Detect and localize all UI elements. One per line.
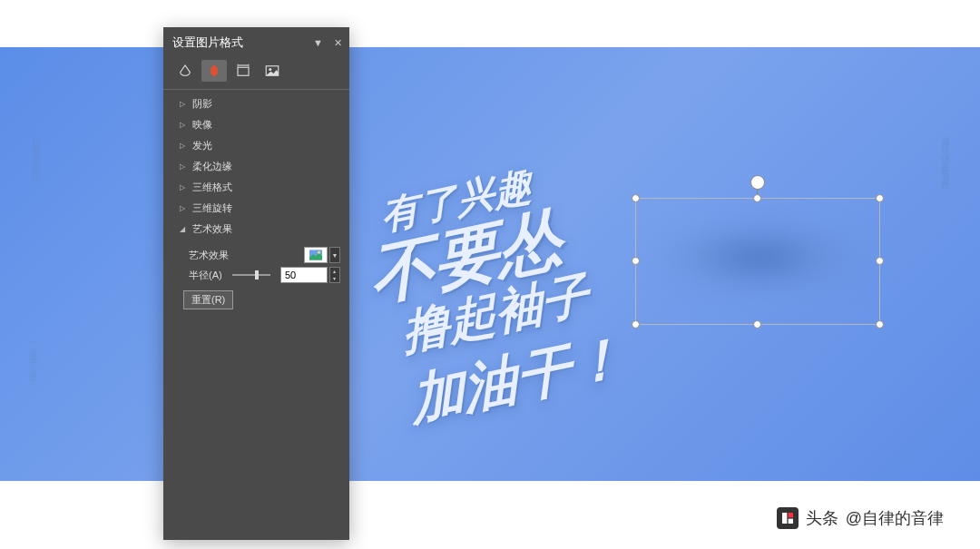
panel-tabs	[163, 56, 349, 90]
svg-point-5	[269, 68, 271, 71]
resize-handle-bm[interactable]	[753, 320, 761, 328]
tab-size-icon[interactable]	[230, 60, 256, 82]
watermark-logo-icon	[777, 507, 799, 529]
slide-main-text: 有了兴趣 不要怂 撸起袖子 加油干！	[361, 144, 627, 446]
resize-handle-mr[interactable]	[876, 257, 884, 265]
section-shadow[interactable]: ▷阴影	[163, 93, 349, 114]
reset-button[interactable]: 重置(R)	[183, 290, 233, 309]
svg-rect-0	[238, 67, 249, 75]
section-soft-edges[interactable]: ▷柔化边缘	[163, 156, 349, 177]
panel-dropdown-icon[interactable]: ▼	[313, 37, 323, 49]
side-text-left: 职场必备不得不学的技能	[27, 129, 44, 169]
resize-handle-ml[interactable]	[632, 257, 640, 265]
effects-section-list: ▷阴影 ▷映像 ▷发光 ▷柔化边缘 ▷三维格式 ▷三维旋转 ◢艺术效果 艺术效果…	[163, 90, 349, 320]
radius-spinner[interactable]: ▴▾	[329, 267, 340, 283]
section-3d-format[interactable]: ▷三维格式	[163, 177, 349, 198]
format-picture-panel: 设置图片格式 ▼ ✕ ▷阴影 ▷映像 ▷发光 ▷柔化边缘 ▷三维格式 ▷三维旋转…	[163, 27, 349, 540]
panel-title: 设置图片格式	[172, 34, 243, 51]
radius-label: 半径(A)	[189, 269, 222, 282]
section-reflection[interactable]: ▷映像	[163, 114, 349, 135]
side-text-right: 因果循环万物皆有定数演变过程	[936, 129, 953, 180]
radius-slider[interactable]	[232, 274, 270, 276]
resize-handle-tm[interactable]	[753, 194, 761, 202]
artistic-effects-controls: 艺术效果 ▼ 半径(A) ▴▾ 重置(R)	[163, 240, 349, 317]
tab-picture-icon[interactable]	[260, 60, 285, 82]
panel-header: 设置图片格式 ▼ ✕	[163, 27, 349, 56]
section-artistic-effects[interactable]: ◢艺术效果	[163, 219, 349, 240]
section-3d-rotation[interactable]: ▷三维旋转	[163, 198, 349, 219]
svg-rect-8	[782, 513, 787, 524]
side-text-extra: 一点点进步一步步成长	[27, 338, 39, 374]
watermark: 头条 @自律的音律	[777, 507, 944, 529]
svg-rect-9	[788, 513, 792, 517]
watermark-author: @自律的音律	[846, 507, 944, 529]
rotate-handle[interactable]	[750, 175, 765, 190]
watermark-prefix: 头条	[806, 507, 838, 529]
resize-handle-tl[interactable]	[632, 194, 640, 202]
panel-close-icon[interactable]: ✕	[334, 37, 342, 49]
selection-box[interactable]	[635, 198, 880, 325]
resize-handle-bl[interactable]	[632, 320, 640, 328]
artistic-effect-dropdown[interactable]: ▼	[329, 247, 340, 263]
tab-effects-icon[interactable]	[201, 60, 227, 82]
resize-handle-tr[interactable]	[876, 194, 884, 202]
section-glow[interactable]: ▷发光	[163, 135, 349, 156]
tab-fill-icon[interactable]	[172, 60, 198, 82]
radius-input[interactable]	[280, 267, 328, 283]
resize-handle-br[interactable]	[876, 320, 884, 328]
artistic-effect-preview[interactable]	[304, 247, 328, 263]
artistic-effect-label: 艺术效果	[189, 249, 229, 262]
svg-rect-10	[788, 519, 792, 524]
svg-point-7	[318, 251, 320, 254]
